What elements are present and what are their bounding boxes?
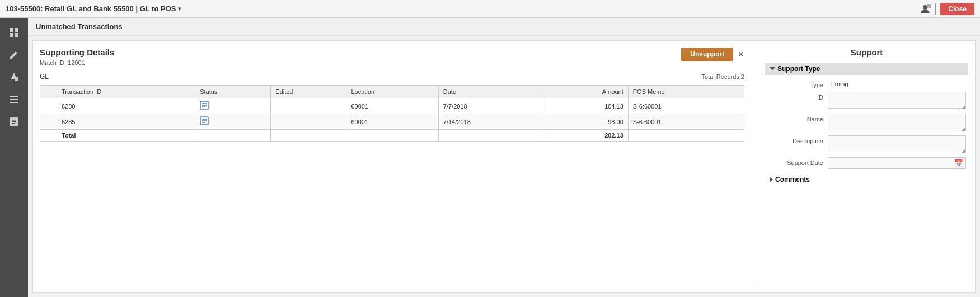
support-type-label: Support Type: [777, 65, 820, 73]
col-header-checkbox: [40, 86, 57, 98]
support-date-input[interactable]: [831, 160, 952, 167]
col-header-amount: Amount: [542, 86, 628, 98]
unsupport-button[interactable]: Unsupport: [681, 48, 733, 61]
row1-location: 60001: [346, 98, 438, 114]
total-col5: [438, 130, 542, 142]
svg-rect-15: [12, 123, 15, 124]
total-col4: [346, 130, 438, 142]
panel-top-actions: Unsupport ✕: [681, 48, 744, 61]
name-input-wrapper: ◢: [828, 114, 966, 132]
resize-icon: ◢: [962, 105, 965, 110]
id-label: ID: [767, 92, 823, 101]
sidebar-item-grid[interactable]: [3, 22, 25, 43]
row2-edited: [271, 114, 346, 130]
col-header-pos-memo: POS Memo: [628, 86, 744, 98]
support-form: Type Timing ID ◢ Name ◢ Description: [765, 79, 968, 169]
section-header-text: Unmatched Transactions: [36, 22, 123, 31]
panel-title: Supporting Details: [40, 48, 114, 57]
calendar-icon[interactable]: 📅: [954, 159, 963, 167]
total-label: Total: [57, 130, 195, 142]
row2-status-icon[interactable]: [195, 114, 271, 130]
user-icon-area: +: [920, 3, 931, 15]
row1-pos-memo: S-6:60001: [628, 98, 744, 114]
row2-checkbox: [40, 114, 57, 130]
col-header-status: Status: [195, 86, 271, 98]
resize-icon-3: ◢: [962, 148, 965, 153]
description-input[interactable]: [828, 135, 966, 152]
support-date-input-wrapper: 📅: [828, 157, 966, 169]
svg-rect-9: [10, 96, 18, 97]
content-area: Unmatched Transactions Supporting Detail…: [28, 18, 980, 297]
page-title: 103-55500: Retail GL and Bank 55500 | GL…: [6, 4, 181, 13]
svg-rect-10: [10, 99, 18, 100]
svg-rect-4: [15, 28, 18, 32]
comments-label: Comments: [775, 176, 810, 183]
svg-rect-8: [15, 77, 18, 81]
sidebar-item-edit[interactable]: [3, 45, 25, 65]
comments-section-header[interactable]: Comments: [765, 173, 968, 186]
row2-transaction-id: 6285: [57, 114, 195, 130]
sidebar-item-shapes[interactable]: [3, 67, 25, 87]
table-total-row: Total 202.13: [40, 130, 744, 142]
description-label: Description: [767, 135, 823, 144]
total-records: Total Records:2: [702, 73, 744, 80]
svg-rect-3: [10, 28, 13, 32]
svg-point-0: [923, 5, 927, 10]
svg-rect-6: [15, 33, 18, 37]
row1-status-icon[interactable]: [195, 98, 271, 114]
left-panel: Supporting Details Match ID: 12001 Unsup…: [40, 48, 744, 285]
support-date-label: Support Date: [767, 157, 823, 166]
top-bar-actions: + Close: [920, 3, 974, 15]
total-col0: [40, 130, 57, 142]
svg-rect-11: [10, 102, 18, 103]
svg-rect-14: [12, 121, 16, 122]
main-layout: Unmatched Transactions Supporting Detail…: [0, 18, 980, 297]
resize-icon-2: ◢: [962, 126, 965, 131]
row2-amount: 98.00: [542, 114, 628, 130]
col-header-location: Location: [346, 86, 438, 98]
total-col3: [271, 130, 346, 142]
sidebar-item-notes[interactable]: [3, 112, 25, 132]
type-value: Timing: [828, 79, 966, 88]
id-input[interactable]: [828, 92, 966, 109]
support-title: Support: [765, 48, 968, 57]
match-id: Match ID: 12001: [40, 59, 114, 66]
col-header-date: Date: [438, 86, 542, 98]
gl-label: GL: [40, 73, 49, 81]
sidebar: [0, 18, 28, 297]
collapse-icon: [770, 67, 775, 70]
dropdown-chevron-icon[interactable]: ▾: [178, 6, 181, 12]
svg-rect-13: [12, 120, 16, 121]
row1-date: 7/7/2018: [438, 98, 542, 114]
gl-table: Transaction ID Status Edited Location Da…: [40, 85, 744, 142]
row1-edited: [271, 98, 346, 114]
panel-close-button[interactable]: ✕: [738, 50, 744, 59]
expand-comments-icon: [770, 177, 773, 182]
total-amount: 202.13: [542, 130, 628, 142]
type-label: Type: [767, 79, 823, 88]
description-input-wrapper: ◢: [828, 135, 966, 154]
table-row: 6280 60001 7/7/2018 104.13 S-6:60001: [40, 98, 744, 114]
col-header-transaction-id: Transaction ID: [57, 86, 195, 98]
section-header: Unmatched Transactions: [28, 18, 980, 36]
row1-amount: 104.13: [542, 98, 628, 114]
row2-pos-memo: S-6:60001: [628, 114, 744, 130]
row2-location: 60001: [346, 114, 438, 130]
user-icon[interactable]: +: [920, 3, 931, 15]
close-button[interactable]: Close: [940, 3, 974, 15]
svg-rect-5: [10, 33, 13, 37]
row1-checkbox: [40, 98, 57, 114]
supporting-details-panel: Supporting Details Match ID: 12001 Unsup…: [32, 40, 976, 293]
id-input-wrapper: ◢: [828, 92, 966, 110]
name-label: Name: [767, 114, 823, 122]
divider: [935, 3, 936, 15]
panel-header: Supporting Details Match ID: 12001: [40, 48, 114, 73]
table-row: 6285 60001 7/14/2018 98.00 S-6:60001: [40, 114, 744, 130]
support-type-section-header[interactable]: Support Type: [765, 63, 968, 75]
total-col7: [628, 130, 744, 142]
sidebar-item-list[interactable]: [3, 89, 25, 110]
total-col2: [195, 130, 271, 142]
row2-date: 7/14/2018: [438, 114, 542, 130]
name-input[interactable]: [828, 114, 966, 130]
col-header-edited: Edited: [271, 86, 346, 98]
